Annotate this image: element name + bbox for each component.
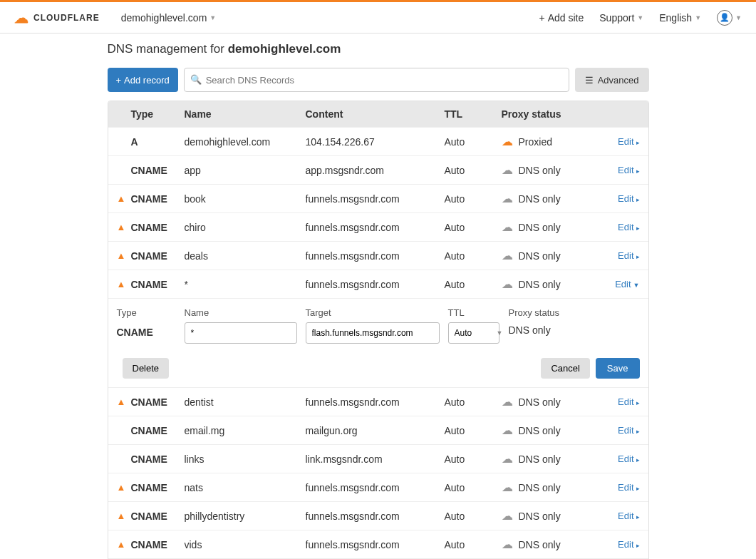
chevron-right-icon: ▸ [636, 399, 640, 406]
support-label: Support [599, 12, 634, 24]
warning-icon: ▲ [117, 482, 126, 493]
search-icon: 🔍 [190, 74, 202, 85]
add-site-label: Add site [548, 12, 584, 24]
edit-link[interactable]: Edit▸ [594, 539, 640, 550]
proxy-status-label: DNS only [519, 425, 561, 436]
proxy-status-label: Proxied [519, 136, 552, 148]
table-row: Ademohighlevel.com104.154.226.67Auto☁Pro… [108, 128, 648, 156]
record-type: CNAME [131, 539, 185, 550]
save-button[interactable]: Save [596, 358, 640, 379]
edit-ttl-label: TTL [448, 307, 509, 318]
page-title-prefix: DNS management for [108, 42, 228, 56]
edit-name-input[interactable] [185, 322, 297, 344]
record-ttl: Auto [445, 136, 502, 148]
record-name: links [185, 453, 306, 465]
chevron-down-icon: ▼ [695, 14, 701, 21]
record-content: funnels.msgsndr.com [306, 279, 445, 290]
table-row: ▲CNAMEphillydentistryfunnels.msgsndr.com… [108, 502, 648, 530]
edit-target-input[interactable] [306, 322, 440, 344]
edit-record-panel: Type CNAME Name Target TTL Auto ▼ [108, 299, 648, 388]
proxy-status-label: DNS only [519, 165, 561, 176]
logo[interactable]: ☁ CLOUDFLARE [14, 9, 100, 26]
edit-link[interactable]: Edit▸ [594, 482, 640, 493]
proxy-status-label: DNS only [519, 453, 561, 465]
chevron-right-icon: ▸ [636, 196, 640, 203]
table-row: ▲CNAMEvidsfunnels.msgsndr.comAuto☁DNS on… [108, 530, 648, 559]
record-content: funnels.msgsndr.com [306, 482, 445, 493]
record-content: link.msgsndr.com [306, 453, 445, 465]
edit-proxy-label: Proxy status [509, 307, 594, 318]
edit-link[interactable]: Edit▸ [594, 250, 640, 261]
chevron-right-icon: ▸ [636, 456, 640, 463]
cloud-dns-only-icon: ☁ [502, 395, 513, 409]
table-row: ▲CNAMEchirofunnels.msgsndr.comAuto☁DNS o… [108, 213, 648, 242]
record-name: nats [185, 482, 306, 493]
cancel-button[interactable]: Cancel [541, 358, 589, 379]
edit-ttl-select[interactable]: Auto [448, 322, 499, 344]
advanced-button[interactable]: ☰ Advanced [575, 68, 649, 92]
edit-link[interactable]: Edit▸ [594, 222, 640, 232]
col-ttl: TTL [445, 108, 502, 120]
warning-icon: ▲ [117, 250, 126, 261]
record-type: CNAME [131, 453, 185, 465]
table-row: CNAMElinkslink.msgsndr.comAuto☁DNS onlyE… [108, 445, 648, 473]
chevron-down-icon: ▼ [735, 14, 742, 21]
cloud-dns-only-icon: ☁ [502, 192, 513, 205]
table-header: Type Name Content TTL Proxy status [108, 101, 648, 128]
cloud-dns-only-icon: ☁ [502, 452, 513, 466]
record-ttl: Auto [445, 425, 502, 436]
record-name: chiro [185, 222, 306, 233]
cloudflare-logo-icon: ☁ [14, 9, 29, 26]
search-input[interactable] [184, 68, 569, 92]
edit-link[interactable]: Edit▸ [594, 136, 640, 147]
chevron-right-icon: ▸ [636, 225, 640, 232]
user-menu[interactable]: 👤 ▼ [717, 10, 742, 26]
edit-name-label: Name [185, 307, 306, 318]
table-row: CNAMEemail.mgmailgun.orgAuto☁DNS onlyEdi… [108, 416, 648, 445]
record-content: funnels.msgsndr.com [306, 539, 445, 550]
warning-icon: ▲ [117, 279, 126, 289]
table-row: ▲CNAMEdentistfunnels.msgsndr.comAuto☁DNS… [108, 388, 648, 416]
proxy-status-label: DNS only [519, 539, 561, 550]
edit-link[interactable]: Edit▼ [594, 279, 640, 289]
brand-text: CLOUDFLARE [33, 13, 100, 23]
edit-link[interactable]: Edit▸ [594, 425, 640, 436]
record-name: phillydentistry [185, 511, 306, 522]
record-type: CNAME [131, 482, 185, 493]
cloud-dns-only-icon: ☁ [502, 277, 513, 291]
site-selector[interactable]: demohighlevel.com ▼ [121, 12, 217, 24]
record-content: funnels.msgsndr.com [306, 193, 445, 205]
language-menu[interactable]: English ▼ [659, 12, 701, 24]
advanced-label: Advanced [598, 75, 639, 86]
proxy-status-label: DNS only [519, 396, 561, 408]
col-content: Content [306, 108, 445, 120]
add-record-button[interactable]: + Add record [108, 68, 178, 92]
record-content: funnels.msgsndr.com [306, 396, 445, 408]
edit-link[interactable]: Edit▸ [594, 165, 640, 175]
chevron-right-icon: ▸ [636, 485, 640, 492]
cloud-dns-only-icon: ☁ [502, 509, 513, 523]
edit-link[interactable]: Edit▸ [594, 511, 640, 521]
chevron-right-icon: ▸ [636, 542, 640, 549]
delete-button[interactable]: Delete [123, 358, 170, 379]
col-proxy: Proxy status [502, 108, 594, 120]
table-row: ▲CNAMEdealsfunnels.msgsndr.comAuto☁DNS o… [108, 242, 648, 270]
proxy-status-label: DNS only [519, 279, 561, 290]
add-site-link[interactable]: + Add site [539, 12, 584, 24]
record-ttl: Auto [445, 482, 502, 493]
table-row: ▲CNAME*funnels.msgsndr.comAuto☁DNS onlyE… [108, 270, 648, 299]
list-icon: ☰ [585, 75, 594, 86]
record-type: CNAME [131, 396, 185, 408]
record-content: app.msgsndr.com [306, 165, 445, 176]
support-menu[interactable]: Support ▼ [599, 12, 643, 24]
table-row: ▲CNAMEnatsfunnels.msgsndr.comAuto☁DNS on… [108, 473, 648, 502]
edit-link[interactable]: Edit▸ [594, 193, 640, 204]
warning-icon: ▲ [117, 511, 126, 521]
record-ttl: Auto [445, 250, 502, 262]
edit-link[interactable]: Edit▸ [594, 453, 640, 464]
record-type: CNAME [131, 222, 185, 233]
edit-type-label: Type [117, 307, 185, 318]
edit-link[interactable]: Edit▸ [594, 396, 640, 407]
record-name: email.mg [185, 425, 306, 436]
table-row: CNAMEappapp.msgsndr.comAuto☁DNS onlyEdit… [108, 156, 648, 185]
